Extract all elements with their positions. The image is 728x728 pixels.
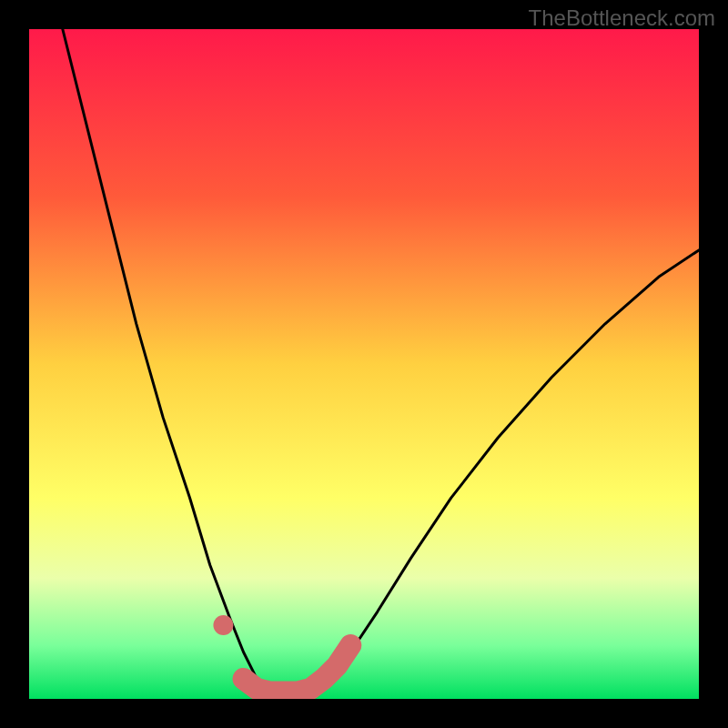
gradient-background xyxy=(29,29,699,699)
plot-area xyxy=(29,29,699,699)
marker-dot xyxy=(213,615,233,635)
chart-frame: TheBottleneck.com xyxy=(0,0,728,728)
bottleneck-chart xyxy=(29,29,699,699)
watermark-text: TheBottleneck.com xyxy=(529,5,715,31)
